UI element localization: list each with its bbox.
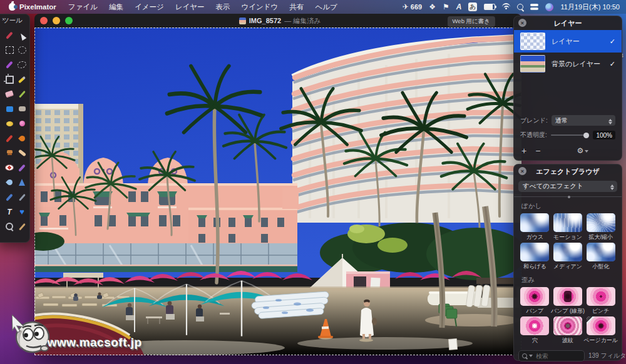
effects-search-field[interactable] [518, 350, 585, 361]
lasso-tool[interactable] [16, 59, 28, 71]
clone-stamp-tool[interactable] [3, 147, 16, 159]
image-canvas[interactable]: ⚙ [34, 28, 521, 355]
move-tool[interactable] [16, 29, 28, 42]
close-icon[interactable]: × [518, 19, 526, 27]
warp-tool[interactable] [16, 132, 28, 144]
zoom-window-button[interactable] [65, 17, 73, 24]
menu-edit[interactable]: 編集 [103, 3, 129, 12]
sharpen-tool[interactable] [16, 176, 28, 189]
slider-knob[interactable] [583, 133, 589, 138]
menu-share[interactable]: 共有 [284, 3, 309, 12]
opacity-slider[interactable] [551, 134, 590, 136]
effect-gaussian[interactable]: ガウス [518, 213, 551, 241]
opacity-value: 100% [593, 131, 615, 139]
close-window-button[interactable] [40, 17, 48, 24]
red-brush-tool[interactable] [3, 132, 16, 144]
panel-divider[interactable] [514, 196, 622, 197]
search-icon [522, 353, 527, 358]
menu-file[interactable]: ファイル [63, 3, 103, 12]
effect-soften[interactable]: 和らげる [518, 243, 551, 271]
search-input[interactable] [535, 352, 581, 360]
layer-visibility-checkbox[interactable]: ✓ [610, 38, 615, 46]
watermark-text: www.macsoft.jp [48, 336, 142, 350]
pencil-tool[interactable] [16, 88, 28, 101]
shape-tool[interactable]: ♥ [16, 206, 28, 218]
siri-icon[interactable] [545, 3, 553, 11]
blend-mode-select[interactable]: 通常 [552, 115, 615, 126]
type-tool[interactable]: T [3, 206, 16, 218]
apple-menu-icon[interactable] [9, 3, 16, 11]
lighten-tool[interactable] [16, 191, 28, 203]
rectangular-selection-tool[interactable] [3, 44, 16, 56]
flight-tracker-item[interactable]: ✈669 [403, 3, 422, 11]
magic-wand-tool[interactable] [3, 59, 16, 71]
effect-bump-linear[interactable]: バンプ (線形) [552, 287, 584, 315]
effects-panel-header[interactable]: × エフェクトブラウザ [514, 164, 622, 178]
effects-browser-panel: × エフェクトブラウザ すべてのエフェクト ぼかし ガウス モーション 拡大/縮… [513, 164, 622, 361]
eyedropper-tool[interactable] [16, 220, 28, 233]
darken-tool[interactable] [3, 191, 16, 203]
effect-pinch[interactable]: ピンチ [585, 287, 617, 315]
layer-row[interactable]: レイヤー ✓ [514, 30, 622, 53]
elliptical-selection-tool[interactable] [16, 44, 28, 56]
saturate-tool[interactable] [16, 161, 28, 174]
menu-layer[interactable]: レイヤー [170, 3, 210, 12]
heal-tool[interactable] [16, 147, 28, 159]
battery-icon[interactable] [484, 4, 495, 10]
effect-zoom[interactable]: 拡大/縮小 [585, 213, 617, 241]
effect-category-select[interactable]: すべてのエフェクト [518, 181, 617, 192]
control-center-icon[interactable] [530, 4, 538, 10]
export-for-web-button[interactable]: Web 用に書き [448, 16, 495, 27]
arrange-tool[interactable] [3, 29, 16, 42]
layer-settings-button[interactable]: ⚙ [577, 146, 588, 155]
slice-tool[interactable] [16, 73, 28, 86]
dropbox-icon[interactable]: ❖ [429, 3, 436, 11]
eraser-tool[interactable] [3, 88, 16, 101]
layers-panel-header[interactable]: × レイヤー [514, 16, 622, 30]
wifi-icon[interactable] [502, 3, 510, 11]
layer-row[interactable]: 背景のレイヤー ✓ [514, 53, 622, 75]
effect-motion[interactable]: モーション [552, 213, 584, 241]
document-icon [239, 18, 246, 24]
layer-thumbnail [520, 55, 545, 73]
effects-panel-title: エフェクトブラウザ [536, 167, 599, 176]
magnifier-icon [6, 223, 13, 230]
paint-bucket-tool[interactable] [3, 103, 16, 115]
shortcut-icon[interactable]: ⚑ [443, 3, 449, 11]
spotlight-icon[interactable] [517, 4, 523, 10]
minimize-window-button[interactable] [53, 17, 60, 24]
menu-help[interactable]: ヘルプ [309, 3, 342, 12]
effect-hole[interactable]: 穴 [518, 316, 551, 345]
menu-bar-clock[interactable]: 11月19日(木) 10:50 [560, 3, 620, 12]
crop-tool[interactable] [3, 73, 16, 86]
menu-image[interactable]: イメージ [129, 3, 170, 12]
add-layer-button[interactable]: + [521, 146, 526, 156]
effect-page-curl[interactable]: ページカール [585, 316, 617, 345]
red-eye-tool[interactable] [3, 161, 16, 174]
cursor-arrow-icon [18, 30, 27, 41]
layer-thumbnail [520, 33, 545, 50]
app-menu[interactable]: Pixelmator [16, 3, 63, 11]
effect-miniaturize[interactable]: 小型化 [585, 243, 617, 271]
title-bar[interactable]: IMG_8572 — 編集済み Web 用に書き [34, 14, 521, 28]
input-source-icon[interactable]: あ [468, 3, 477, 11]
sponge-tool[interactable] [16, 103, 28, 115]
blend-label: ブレンド: [520, 116, 548, 125]
layer-name: レイヤー [552, 37, 603, 46]
analytics-icon[interactable]: A [456, 3, 462, 11]
zoom-tool[interactable] [3, 220, 16, 233]
close-icon[interactable]: × [518, 167, 526, 175]
menu-view[interactable]: 表示 [210, 3, 236, 12]
close-icon[interactable]: × [2, 16, 5, 23]
menu-bar-status: ✈669 ❖ ⚑ A あ 11月19日(木) 10:50 [403, 3, 626, 12]
effect-bump[interactable]: バンプ [518, 287, 551, 315]
effect-median[interactable]: メディアン [552, 243, 584, 271]
remove-layer-button[interactable]: − [535, 146, 540, 156]
blur-tool[interactable] [3, 176, 16, 189]
layer-visibility-checkbox[interactable]: ✓ [610, 60, 615, 68]
brush-tool[interactable] [16, 118, 28, 130]
dodge-tool[interactable] [3, 118, 16, 130]
menu-window[interactable]: ウインドウ [236, 3, 284, 12]
effect-ripple[interactable]: 波紋 [552, 316, 584, 345]
chevron-down-icon [585, 150, 588, 154]
